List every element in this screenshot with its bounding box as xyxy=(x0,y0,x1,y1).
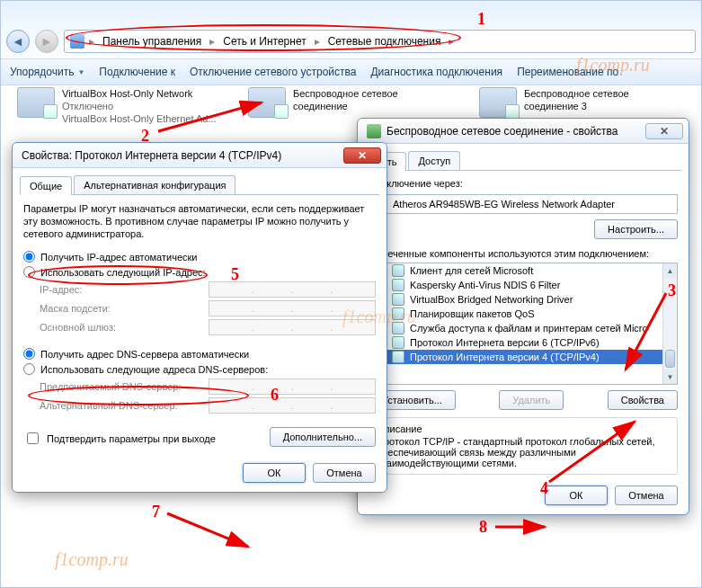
properties-button[interactable]: Свойства xyxy=(608,390,678,410)
forward-button: ► xyxy=(35,30,58,53)
chevron-right-icon: ▸ xyxy=(209,35,215,48)
alt-dns-label: Альтернативный DNS-сервер: xyxy=(40,400,201,411)
toolbar-diagnose[interactable]: Диагностика подключения xyxy=(370,66,502,78)
annotation-arrow-7 xyxy=(163,509,262,554)
component-row: Клиент для сетей Microsoft xyxy=(369,263,677,278)
radio-auto-dns-label: Получить адрес DNS-сервера автоматически xyxy=(40,349,249,360)
validate-label: Подтвердить параметры при выходе xyxy=(47,433,216,444)
component-icon xyxy=(392,293,404,306)
ok-button[interactable]: ОК xyxy=(243,463,306,483)
component-label: Протокол Интернета версии 4 (TCP/IPv4) xyxy=(410,352,600,362)
net1-title: VirtualBox Host-Only Network xyxy=(62,87,217,100)
net3-title2: соединение 3 xyxy=(524,100,629,112)
net2-title: Беспроводное сетевое xyxy=(293,87,398,100)
radio-manual-dns-label: Использовать следующие адреса DNS-сервер… xyxy=(40,364,268,375)
component-row: Служба доступа к файлам и принтерам сете… xyxy=(369,321,677,335)
tab-general[interactable]: Общие xyxy=(20,176,72,195)
cancel-button[interactable]: Отмена xyxy=(313,463,376,483)
back-button[interactable]: ◄ xyxy=(6,30,30,53)
connect-via-label: Подключение через: xyxy=(369,178,678,189)
component-label: VirtualBox Bridged Networking Driver xyxy=(410,294,573,305)
net3-title: Беспроводное сетевое xyxy=(524,87,629,100)
breadcrumb[interactable]: ▸ Панель управления ▸ Сеть и Интернет ▸ … xyxy=(64,30,696,53)
component-icon xyxy=(392,279,404,291)
component-label: Клиент для сетей Microsoft xyxy=(410,265,533,276)
radio-manual-ip-label: Использовать следующий IP-адрес: xyxy=(40,267,206,278)
network-item-virtualbox[interactable]: VirtualBox Host-Only Network Отключено V… xyxy=(17,87,230,125)
explorer-toolbar: Упорядочить▼ Подключение к Отключение се… xyxy=(1,58,701,85)
component-row-selected: Протокол Интернета версии 4 (TCP/IPv4) xyxy=(369,350,677,364)
gateway-label: Основной шлюз: xyxy=(40,322,201,333)
network-adapter-icon xyxy=(17,87,55,118)
ipv4-description: Параметры IP могут назначаться автоматич… xyxy=(23,202,376,240)
toolbar-disable[interactable]: Отключение сетевого устройства xyxy=(190,66,356,78)
close-button[interactable]: ✕ xyxy=(343,147,381,164)
remove-button: Удалить xyxy=(499,390,564,410)
component-label: Kaspersky Anti-Virus NDIS 6 Filter xyxy=(410,280,560,290)
radio-manual-dns[interactable] xyxy=(23,363,35,375)
component-row: VirtualBox Bridged Networking Driver xyxy=(369,292,677,307)
preferred-dns-label: Предпочитаемый DNS-сервер: xyxy=(40,381,201,392)
scrollbar[interactable]: ▲ ▼ xyxy=(662,263,677,384)
scroll-up-icon[interactable]: ▲ xyxy=(663,263,677,278)
toolbar-disable-label: Отключение сетевого устройства xyxy=(190,66,356,78)
advanced-button[interactable]: Дополнительно... xyxy=(270,427,376,447)
component-icon xyxy=(392,336,404,349)
components-list[interactable]: Клиент для сетей Microsoft Kaspersky Ant… xyxy=(369,263,678,385)
breadcrumb-seg-3[interactable]: Сетевые подключения xyxy=(324,33,445,49)
net1-status: Отключено xyxy=(62,100,217,112)
annotation-8: 8 xyxy=(479,518,487,537)
radio-auto-ip[interactable] xyxy=(23,251,35,263)
toolbar-organize-label: Упорядочить xyxy=(10,66,74,78)
dialog-title: Беспроводное сетевое соединение - свойст… xyxy=(387,125,618,138)
control-panel-icon xyxy=(70,34,84,49)
ok-button[interactable]: OК xyxy=(545,486,608,505)
annotation-arrow-8 xyxy=(491,518,554,536)
configure-button[interactable]: Настроить... xyxy=(594,219,678,239)
toolbar-connect[interactable]: Подключение к xyxy=(99,66,175,78)
description-box: Описание Протокол TCP/IP - стандартный п… xyxy=(369,417,678,475)
annotation-7: 7 xyxy=(152,503,160,521)
watermark: f1comp.ru xyxy=(55,549,129,570)
radio-manual-ip[interactable] xyxy=(23,266,35,278)
ip-address-input: ... xyxy=(209,281,376,298)
component-icon xyxy=(392,264,404,277)
component-label: Протокол Интернета версии 6 (TCP/IPv6) xyxy=(410,337,600,348)
explorer-window: ◄ ► ▸ Панель управления ▸ Сеть и Интерне… xyxy=(0,0,702,588)
cancel-button[interactable]: Отмена xyxy=(615,486,678,505)
dialog-ipv4-properties: Свойства: Протокол Интернета версии 4 (T… xyxy=(12,142,387,493)
scroll-down-icon[interactable]: ▼ xyxy=(663,370,677,384)
breadcrumb-seg-2[interactable]: Сеть и Интернет xyxy=(219,33,309,49)
nav-bar: ◄ ► ▸ Панель управления ▸ Сеть и Интерне… xyxy=(6,26,696,57)
chevron-right-icon: ▸ xyxy=(89,35,94,48)
tab-alt-config[interactable]: Альтернативная конфигурация xyxy=(74,175,235,194)
close-button[interactable]: ✕ xyxy=(645,123,683,139)
breadcrumb-seg-1[interactable]: Панель управления xyxy=(99,33,205,49)
network-connection-icon xyxy=(367,124,381,138)
subnet-mask-input: ... xyxy=(209,300,376,316)
chevron-right-icon: ▸ xyxy=(315,35,320,48)
chevron-right-icon: ▸ xyxy=(449,35,454,48)
description-text: Протокол TCP/IP - стандартный протокол г… xyxy=(377,436,670,468)
component-row: Планировщик пакетов QoS xyxy=(369,307,677,321)
chevron-down-icon: ▼ xyxy=(77,68,84,76)
component-icon xyxy=(392,307,404,320)
component-icon xyxy=(392,351,404,363)
component-icon xyxy=(392,322,404,334)
net2-title2: соединение xyxy=(293,100,398,112)
tabs: Сеть Доступ xyxy=(365,151,681,171)
components-label: Отмеченные компоненты используются этим … xyxy=(369,248,678,259)
component-row: Kaspersky Anti-Virus NDIS 6 Filter xyxy=(369,278,677,292)
toolbar-rename[interactable]: Переименование по xyxy=(517,66,618,78)
network-adapter-icon xyxy=(248,87,286,118)
scroll-thumb[interactable] xyxy=(665,350,675,368)
validate-checkbox[interactable] xyxy=(27,432,39,444)
toolbar-organize[interactable]: Упорядочить▼ xyxy=(10,66,84,78)
preferred-dns-input: ... xyxy=(209,379,376,395)
tabs: Общие Альтернативная конфигурация xyxy=(20,175,379,195)
dialog-titlebar[interactable]: Беспроводное сетевое соединение - свойст… xyxy=(358,119,689,144)
component-label: Служба доступа к файлам и принтерам сете… xyxy=(410,323,648,334)
radio-auto-dns[interactable] xyxy=(23,348,35,360)
tab-sharing[interactable]: Доступ xyxy=(408,151,460,170)
dialog-titlebar[interactable]: Свойства: Протокол Интернета версии 4 (T… xyxy=(13,143,387,168)
